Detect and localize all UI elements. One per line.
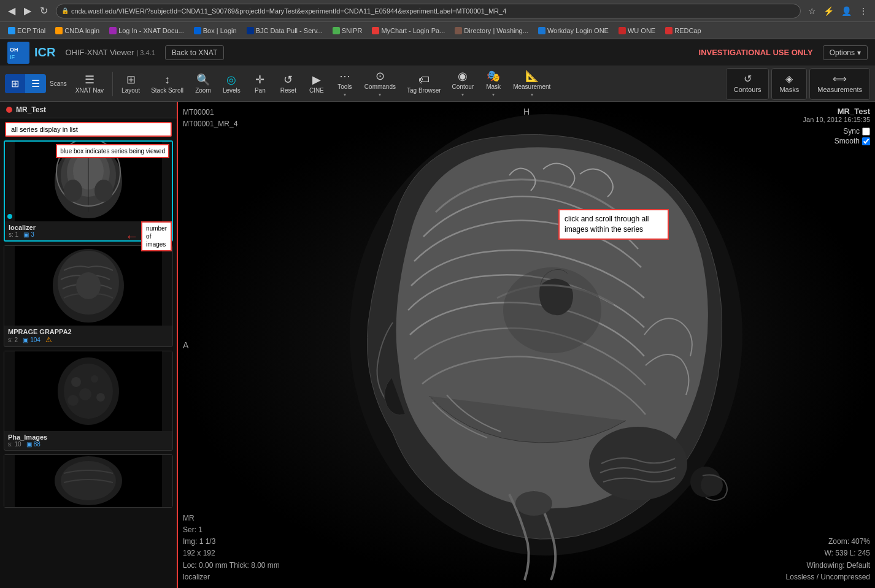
viewport-overlay-bottom-right: Zoom: 407% W: 539 L: 245 Windowing: Defa… [786, 536, 870, 583]
bookmark-snipr[interactable]: SNIPR [330, 26, 366, 36]
image-count-num-1: 3 [31, 231, 34, 238]
mri-image [178, 102, 875, 588]
profile-icon[interactable]: 👤 [839, 5, 854, 17]
svg-point-20 [91, 375, 98, 383]
bookmarks-bar: ECP Trial CNDA login Log In - XNAT Docu.… [0, 22, 875, 39]
tag-browser-label: Tag Browser [407, 87, 441, 94]
refresh-button[interactable]: ↻ [37, 4, 51, 18]
svg-point-21 [79, 388, 91, 400]
back-to-xnat-button[interactable]: Back to XNAT [165, 45, 224, 60]
all-series-annotation: all series display in list [5, 122, 172, 137]
bookmark-label-wu: WU ONE [628, 27, 655, 34]
bookmark-label-bjc: BJC Data Pull - Serv... [256, 27, 323, 34]
bookmark-star-icon[interactable]: ☆ [806, 5, 819, 17]
bookmark-dir[interactable]: Directory | Washing... [452, 26, 531, 36]
image-count-1: ▣ 3 [23, 231, 34, 238]
contour-label: Contour [452, 83, 474, 90]
bookmark-workday[interactable]: Workday Login ONE [535, 26, 612, 36]
app-logo: OH IF ICR [7, 42, 55, 64]
series-item[interactable] [4, 454, 173, 508]
pan-button[interactable]: ✛ Pan [247, 68, 274, 100]
zoom-button[interactable]: 🔍 Zoom [190, 68, 217, 100]
orientation-marker-left: A [183, 340, 188, 350]
series-meta-1: s: 1 ▣ 3 [9, 231, 36, 238]
tools-icon: ⋯ [339, 71, 350, 82]
bookmark-wu[interactable]: WU ONE [615, 26, 658, 36]
contour-button[interactable]: ◉ Contour [447, 68, 479, 100]
tag-browser-button[interactable]: 🏷 Tag Browser [402, 68, 446, 100]
bookmark-label-mychart: MyChart - Login Pa... [381, 27, 445, 34]
tools-button[interactable]: ⋯ Tools [331, 68, 358, 100]
app-header: OH IF ICR OHIF-XNAT Viewer | 3.4.1 Back … [0, 39, 875, 66]
grid-view-button[interactable]: ⊞ [5, 74, 25, 93]
xnat-nav-label: XNAT Nav [75, 87, 104, 94]
levels-button[interactable]: ◎ Levels [218, 68, 245, 100]
list-view-button[interactable]: ☰ [25, 74, 46, 93]
series-item[interactable]: Pha_Images s: 10 ▣ 88 [4, 351, 173, 451]
browser-nav-buttons: ◀ ▶ ↻ [5, 4, 51, 18]
stack-scroll-button[interactable]: ↕ Stack Scroll [146, 68, 188, 100]
bookmark-red[interactable]: REDCap [662, 26, 704, 36]
options-button[interactable]: Options ▾ [823, 45, 868, 60]
forward-button[interactable]: ▶ [21, 4, 34, 18]
measurement-icon: 📐 [525, 71, 539, 82]
tools-label: Tools [337, 83, 352, 90]
contours-label: Contours [734, 86, 761, 93]
xnat-nav-icon: ☰ [85, 74, 94, 85]
toolbar-divider-1 [112, 72, 113, 96]
smooth-checkbox[interactable] [862, 137, 870, 145]
menu-icon[interactable]: ⋮ [857, 5, 870, 17]
contours-button[interactable]: ↺ Contours [726, 68, 769, 100]
extension-icon[interactable]: ⚡ [821, 5, 836, 17]
stack-scroll-icon: ↕ [164, 74, 170, 85]
series-item[interactable]: MPRAGE GRAPPA2 s: 2 ▣ 104 ⚠ [4, 245, 173, 347]
sync-checkbox[interactable] [862, 128, 870, 136]
bookmark-bjc[interactable]: BJC Data Pull - Serv... [244, 26, 326, 36]
warning-icon-2: ⚠ [45, 335, 52, 344]
svg-text:IF: IF [10, 54, 15, 60]
viewport[interactable]: H A MT00001 MT00001_MR_4 MR_Test Jan 10,… [178, 102, 875, 588]
bookmark-log[interactable]: Log In - XNAT Docu... [106, 26, 187, 36]
measurements-label: Measurements [817, 86, 862, 93]
experiment-id: MT00001 [183, 107, 237, 118]
series-sidebar: MR_Test all series display in list [0, 102, 178, 588]
bookmark-mychart[interactable]: MyChart - Login Pa... [369, 26, 448, 36]
app-version: | 3.4.1 [136, 49, 155, 56]
bookmark-favicon-red [665, 27, 673, 34]
pan-label: Pan [255, 87, 266, 94]
bookmark-favicon-log [109, 27, 117, 34]
stack-scroll-label: Stack Scroll [151, 87, 183, 94]
smooth-label: Smooth [835, 137, 860, 145]
marker-a-label: A [183, 340, 188, 350]
stack-icon-1: ▣ [23, 231, 29, 238]
series-name-1: localizer [9, 224, 36, 231]
bookmark-cnda[interactable]: CNDA login [52, 26, 102, 36]
bookmark-ecp[interactable]: ECP Trial [5, 26, 48, 36]
address-bar[interactable]: 🔒 cnda.wustl.edu/VIEWER/?subjectId=CNDA1… [56, 4, 801, 18]
measurements-button[interactable]: ⟺ Measurements [809, 68, 870, 100]
measurement-label: Measurement [513, 83, 550, 90]
series-item[interactable]: blue box indicates series being viewed l… [4, 140, 173, 242]
masks-button[interactable]: ◈ Masks [771, 68, 807, 100]
sidebar-indicator-dot [6, 107, 12, 113]
reset-icon: ↺ [283, 74, 293, 85]
viewport-controls: MR_Test Jan 10, 2012 16:15:35 Sync Smoot… [803, 107, 870, 147]
cine-button[interactable]: ▶ CINE [303, 68, 330, 100]
xnat-nav-button[interactable]: ☰ XNAT Nav [71, 68, 109, 100]
commands-button[interactable]: ⊙ Commands [360, 68, 401, 100]
layout-icon: ⊞ [126, 74, 136, 85]
svg-point-23 [67, 395, 79, 406]
cine-icon: ▶ [312, 74, 321, 85]
blue-box-annotation: blue box indicates series being viewed [56, 144, 169, 158]
zoom-icon: 🔍 [196, 74, 210, 85]
right-toolbar: ↺ Contours ◈ Masks ⟺ Measurements [726, 68, 870, 100]
bookmark-favicon-snipr [333, 27, 340, 34]
measurement-button[interactable]: 📐 Measurement [508, 68, 555, 100]
series-meta-3: s: 10 ▣ 88 [8, 441, 47, 448]
reset-button[interactable]: ↺ Reset [275, 68, 302, 100]
back-button[interactable]: ◀ [5, 4, 18, 18]
app-title: OHIF-XNAT Viewer [65, 48, 134, 57]
mask-button[interactable]: 🎭 Mask [480, 68, 507, 100]
bookmark-box[interactable]: Box | Login [191, 26, 240, 36]
layout-button[interactable]: ⊞ Layout [117, 68, 145, 100]
